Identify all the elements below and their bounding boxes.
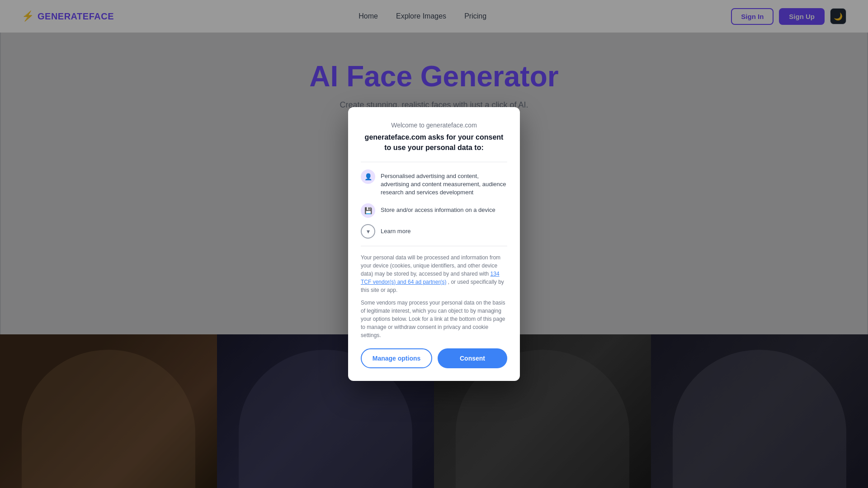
consent-item-storage: 💾 Store and/or access information on a d… — [361, 203, 507, 218]
modal-divider — [361, 162, 507, 162]
chevron-down-icon: ▾ — [361, 224, 375, 239]
consent-modal: Welcome to generateface.com generateface… — [348, 107, 520, 380]
consent-button[interactable]: Consent — [438, 348, 507, 368]
modal-body-text-2: Some vendors may process your personal d… — [361, 299, 507, 339]
learn-more-item[interactable]: ▾ Learn more — [361, 224, 507, 239]
storage-icon: 💾 — [361, 203, 375, 218]
modal-footer: Manage options Consent — [361, 348, 507, 368]
modal-title: generateface.com asks for your consent t… — [361, 132, 507, 153]
consent-advertising-text: Personalised advertising and content, ad… — [381, 169, 507, 197]
modal-divider-2 — [361, 246, 507, 246]
modal-body-text-1: Your personal data will be processed and… — [361, 253, 507, 294]
modal-overlay: Welcome to generateface.com generateface… — [0, 0, 868, 488]
advertising-icon: 👤 — [361, 169, 375, 184]
consent-storage-text: Store and/or access information on a dev… — [381, 203, 495, 214]
consent-item-advertising: 👤 Personalised advertising and content, … — [361, 169, 507, 197]
learn-more-label: Learn more — [381, 228, 410, 235]
modal-welcome-text: Welcome to generateface.com — [361, 122, 507, 129]
modal-header: Welcome to generateface.com generateface… — [361, 122, 507, 153]
manage-options-button[interactable]: Manage options — [361, 348, 432, 368]
